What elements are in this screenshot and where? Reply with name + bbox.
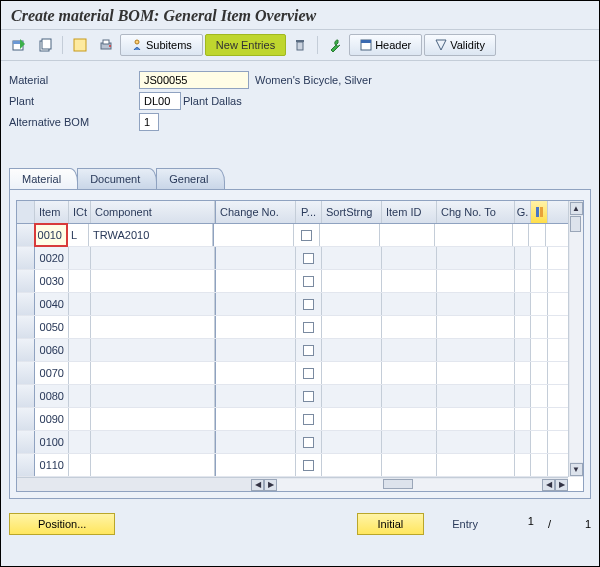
cell-g[interactable] xyxy=(515,454,531,476)
column-item[interactable]: Item xyxy=(35,201,69,223)
table-row[interactable]: 0030 xyxy=(17,270,568,293)
cell-item-id[interactable] xyxy=(382,454,437,476)
cell-change-no[interactable] xyxy=(216,316,296,338)
cell-sortstring[interactable] xyxy=(322,431,382,453)
cell-item[interactable]: 0060 xyxy=(35,339,69,361)
checkbox[interactable] xyxy=(303,345,314,356)
cell-g[interactable] xyxy=(515,385,531,407)
cell-chg-no-to[interactable] xyxy=(437,385,515,407)
cell-sortstring[interactable] xyxy=(322,408,382,430)
row-selector[interactable] xyxy=(17,408,35,430)
cell-component[interactable] xyxy=(91,247,215,269)
cell-sortstring[interactable] xyxy=(322,293,382,315)
display-icon[interactable] xyxy=(7,34,31,56)
row-selector[interactable] xyxy=(17,316,35,338)
scroll-right-icon[interactable]: ▶ xyxy=(555,479,568,491)
table-row[interactable]: 0110 xyxy=(17,454,568,477)
cell-component[interactable]: TRWA2010 xyxy=(89,224,213,246)
checkbox[interactable] xyxy=(303,460,314,471)
cell-sortstring[interactable] xyxy=(322,316,382,338)
cell-item-id[interactable] xyxy=(382,362,437,384)
cell-item[interactable]: 0050 xyxy=(35,316,69,338)
checkbox[interactable] xyxy=(303,322,314,333)
cell-chg-no-to[interactable] xyxy=(437,362,515,384)
column-select-all[interactable] xyxy=(17,201,35,223)
cell-chg-no-to[interactable] xyxy=(437,431,515,453)
wrench-icon[interactable] xyxy=(323,34,347,56)
cell-item-id[interactable] xyxy=(382,270,437,292)
checkbox[interactable] xyxy=(303,253,314,264)
scroll-left-fixed-icon[interactable]: ◀ xyxy=(251,479,264,491)
cell-g[interactable] xyxy=(515,408,531,430)
initial-button[interactable]: Initial xyxy=(357,513,425,535)
tab-general[interactable]: General xyxy=(156,168,225,189)
table-row[interactable]: 0020 xyxy=(17,247,568,270)
cell-item[interactable]: 0030 xyxy=(35,270,69,292)
cell-p[interactable] xyxy=(296,454,322,476)
row-selector[interactable] xyxy=(17,431,35,453)
cell-component[interactable] xyxy=(91,385,215,407)
cell-p[interactable] xyxy=(296,408,322,430)
tab-document[interactable]: Document xyxy=(77,168,157,189)
cell-ict[interactable] xyxy=(69,339,91,361)
cell-ict[interactable] xyxy=(69,270,91,292)
cell-p[interactable] xyxy=(296,293,322,315)
cell-item[interactable]: 0040 xyxy=(35,293,69,315)
row-selector[interactable] xyxy=(17,385,35,407)
cell-item-id[interactable] xyxy=(380,224,435,246)
table-row[interactable]: 0070 xyxy=(17,362,568,385)
cell-p[interactable] xyxy=(296,431,322,453)
cell-g[interactable] xyxy=(515,431,531,453)
cell-item-id[interactable] xyxy=(382,408,437,430)
cell-sortstring[interactable] xyxy=(320,224,380,246)
plant-input[interactable] xyxy=(139,92,181,110)
cell-chg-no-to[interactable] xyxy=(437,454,515,476)
cell-p[interactable] xyxy=(296,385,322,407)
cell-p[interactable] xyxy=(294,224,320,246)
header-button[interactable]: Header xyxy=(349,34,422,56)
cell-chg-no-to[interactable] xyxy=(437,316,515,338)
cell-ict[interactable] xyxy=(69,293,91,315)
cell-component[interactable] xyxy=(91,408,215,430)
column-chg-no-to[interactable]: Chg No. To xyxy=(437,201,515,223)
delete-icon[interactable] xyxy=(288,34,312,56)
column-sortstring[interactable]: SortStrng xyxy=(322,201,382,223)
cell-item[interactable]: 0090 xyxy=(35,408,69,430)
column-p[interactable]: P... xyxy=(296,201,322,223)
cell-ict[interactable]: L xyxy=(67,224,89,246)
cell-ict[interactable] xyxy=(69,431,91,453)
cell-change-no[interactable] xyxy=(214,224,294,246)
cell-change-no[interactable] xyxy=(216,454,296,476)
cell-ict[interactable] xyxy=(69,247,91,269)
cell-g[interactable] xyxy=(515,293,531,315)
checkbox[interactable] xyxy=(303,368,314,379)
new-entries-button[interactable]: New Entries xyxy=(205,34,286,56)
position-button[interactable]: Position... xyxy=(9,513,115,535)
cell-g[interactable] xyxy=(515,362,531,384)
cell-item-id[interactable] xyxy=(382,247,437,269)
print-icon[interactable] xyxy=(94,34,118,56)
column-g[interactable]: G. xyxy=(515,201,531,223)
material-input[interactable] xyxy=(139,71,249,89)
cell-p[interactable] xyxy=(296,316,322,338)
cell-chg-no-to[interactable] xyxy=(437,408,515,430)
cell-item-id[interactable] xyxy=(382,339,437,361)
cell-g[interactable] xyxy=(515,270,531,292)
column-item-id[interactable]: Item ID xyxy=(382,201,437,223)
cell-sortstring[interactable] xyxy=(322,454,382,476)
checkbox[interactable] xyxy=(303,299,314,310)
scroll-up-icon[interactable]: ▲ xyxy=(570,202,583,215)
column-change-no[interactable]: Change No. xyxy=(216,201,296,223)
v-scroll-thumb[interactable] xyxy=(570,216,581,232)
cell-ict[interactable] xyxy=(69,454,91,476)
cell-chg-no-to[interactable] xyxy=(437,270,515,292)
table-row[interactable]: 0050 xyxy=(17,316,568,339)
cell-item-id[interactable] xyxy=(382,385,437,407)
column-config-icon[interactable] xyxy=(531,201,548,223)
table-row[interactable]: 0100 xyxy=(17,431,568,454)
validity-button[interactable]: Validity xyxy=(424,34,496,56)
checkbox[interactable] xyxy=(303,414,314,425)
cell-sortstring[interactable] xyxy=(322,270,382,292)
cell-component[interactable] xyxy=(91,431,215,453)
table-row[interactable]: 0060 xyxy=(17,339,568,362)
